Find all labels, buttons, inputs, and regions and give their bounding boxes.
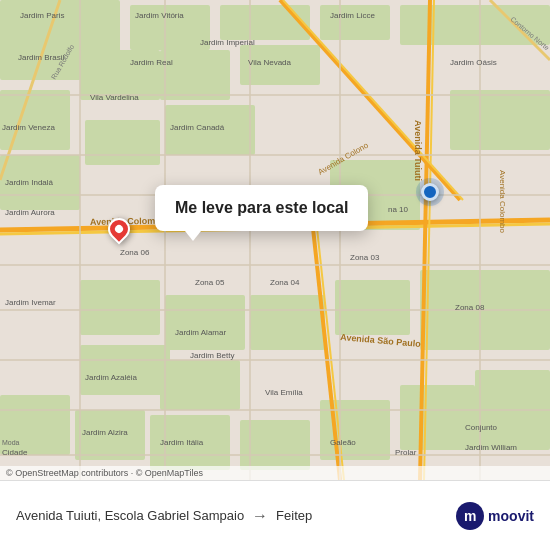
svg-rect-6: [0, 90, 70, 150]
copyright-bar: © OpenStreetMap contributors · © OpenMap…: [0, 466, 550, 480]
svg-text:Zona 04: Zona 04: [270, 278, 300, 287]
svg-text:Jardim Ivemar: Jardim Ivemar: [5, 298, 56, 307]
destination-label: Feitep: [276, 508, 312, 523]
bottom-bar: Avenida Tuiuti, Escola Gabriel Sampaio →…: [0, 480, 550, 550]
svg-text:Jardim Indalá: Jardim Indalá: [5, 178, 54, 187]
moovit-logo: m moovit: [456, 502, 534, 530]
svg-text:Jardim Itália: Jardim Itália: [160, 438, 204, 447]
svg-text:Conjunto: Conjunto: [465, 423, 498, 432]
svg-rect-16: [80, 345, 170, 395]
svg-text:Zona 03: Zona 03: [350, 253, 380, 262]
destination-pin: [108, 218, 130, 240]
map-svg: Jardim Paris Jardim Vitória Jardim Licce…: [0, 0, 550, 480]
moovit-text: moovit: [488, 508, 534, 524]
map-container: Jardim Paris Jardim Vitória Jardim Licce…: [0, 0, 550, 480]
svg-text:Vila Nevada: Vila Nevada: [248, 58, 292, 67]
svg-rect-25: [250, 295, 325, 350]
tooltip-bubble[interactable]: Me leve para este local: [155, 185, 368, 231]
svg-rect-12: [85, 120, 160, 165]
svg-text:Jardim Vitória: Jardim Vitória: [135, 11, 184, 20]
svg-text:Moda: Moda: [2, 439, 20, 446]
svg-rect-10: [450, 90, 550, 150]
copyright-text: © OpenStreetMap contributors · © OpenMap…: [6, 468, 203, 478]
svg-rect-15: [165, 295, 245, 350]
svg-text:Jardim Aurora: Jardim Aurora: [5, 208, 55, 217]
svg-text:Jardim Alzira: Jardim Alzira: [82, 428, 128, 437]
svg-text:Jardim Real: Jardim Real: [130, 58, 173, 67]
svg-text:Vila Vardelina: Vila Vardelina: [90, 93, 139, 102]
svg-rect-18: [0, 395, 70, 455]
svg-text:Zona 05: Zona 05: [195, 278, 225, 287]
svg-text:Jardim Alamar: Jardim Alamar: [175, 328, 226, 337]
svg-text:Jardim Betty: Jardim Betty: [190, 351, 234, 360]
svg-text:Prolar: Prolar: [395, 448, 417, 457]
svg-text:Jardim Paris: Jardim Paris: [20, 11, 64, 20]
svg-text:na 10: na 10: [388, 205, 409, 214]
svg-text:Avenida Tuiuti: Avenida Tuiuti: [413, 120, 423, 181]
svg-rect-26: [335, 280, 410, 335]
svg-text:Jardim Canadá: Jardim Canadá: [170, 123, 225, 132]
svg-text:Cidade: Cidade: [2, 448, 28, 457]
moovit-letter: m: [464, 508, 476, 524]
svg-rect-14: [80, 280, 160, 335]
svg-text:Galeão: Galeão: [330, 438, 356, 447]
route-info: Avenida Tuiuti, Escola Gabriel Sampaio →…: [16, 507, 456, 525]
svg-text:Jardim Brasil: Jardim Brasil: [18, 53, 64, 62]
svg-rect-17: [160, 360, 240, 410]
svg-text:Jardim Licce: Jardim Licce: [330, 11, 375, 20]
svg-text:Avenida Colombo: Avenida Colombo: [498, 170, 507, 234]
svg-text:Zona 06: Zona 06: [120, 248, 150, 257]
moovit-icon: m: [456, 502, 484, 530]
svg-text:Vila Emília: Vila Emília: [265, 388, 303, 397]
svg-rect-23: [400, 385, 475, 450]
origin-dot: [421, 183, 439, 201]
origin-label: Avenida Tuiuti, Escola Gabriel Sampaio: [16, 508, 244, 523]
svg-text:Jardim Veneza: Jardim Veneza: [2, 123, 55, 132]
svg-text:Jardim William: Jardim William: [465, 443, 517, 452]
svg-text:Jardim Imperial: Jardim Imperial: [200, 38, 255, 47]
svg-text:Jardim Azaléia: Jardim Azaléia: [85, 373, 138, 382]
arrow-icon: →: [252, 507, 268, 525]
tooltip-text: Me leve para este local: [175, 199, 348, 216]
svg-text:Zona 08: Zona 08: [455, 303, 485, 312]
svg-rect-3: [220, 5, 310, 40]
svg-text:Jardim Oásis: Jardim Oásis: [450, 58, 497, 67]
